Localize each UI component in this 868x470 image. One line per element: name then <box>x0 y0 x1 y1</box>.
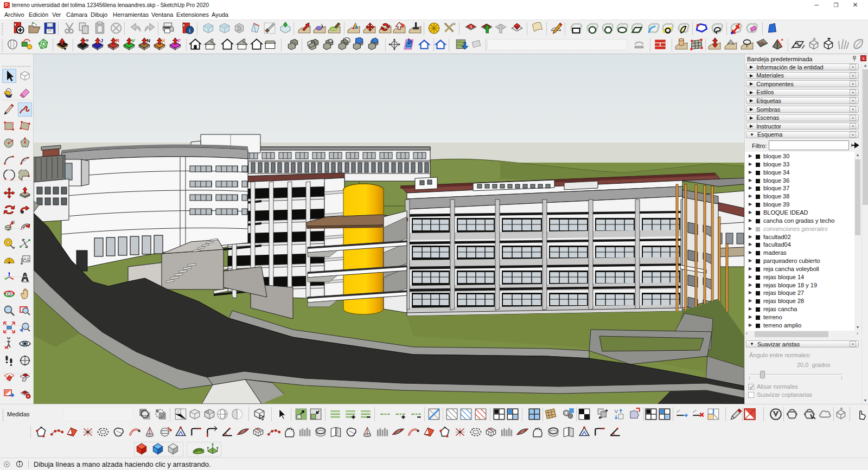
svg-text:F: F <box>178 37 181 43</box>
svg-text:R: R <box>116 37 119 43</box>
svg-text:5: 5 <box>470 24 472 29</box>
svg-text:V: V <box>614 408 618 414</box>
svg-text:V: V <box>131 37 135 43</box>
svg-text:A1: A1 <box>23 256 29 262</box>
svg-text:X: X <box>162 37 165 43</box>
svg-text:=: = <box>86 37 89 43</box>
svg-text:N: N <box>146 37 150 43</box>
svg-text:J: J <box>100 37 103 43</box>
svg-text:i: i <box>189 27 190 34</box>
